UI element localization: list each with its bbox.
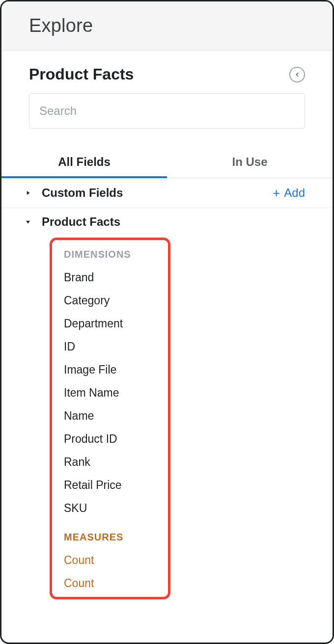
custom-fields-label: Custom Fields <box>42 186 273 200</box>
group-product-facts[interactable]: Product Facts <box>1 208 333 234</box>
field-item[interactable]: SKU <box>64 497 156 520</box>
tabs: All Fields In Use <box>1 145 333 178</box>
field-item[interactable]: Category <box>64 289 156 312</box>
svg-marker-0 <box>27 191 30 195</box>
field-highlight-box: DIMENSIONS Brand Category Department ID … <box>50 238 170 599</box>
field-item[interactable]: Retail Price <box>64 474 156 497</box>
field-item[interactable]: Count <box>64 572 156 595</box>
explore-header: Explore <box>1 1 333 51</box>
add-button-label: Add <box>284 186 305 200</box>
field-item[interactable]: Name <box>64 404 156 428</box>
field-item[interactable]: Image File <box>64 358 156 381</box>
caret-right-icon <box>21 189 35 196</box>
collapse-button[interactable] <box>289 67 305 82</box>
window-frame: Explore Product Facts All Fields In Use … <box>0 0 334 644</box>
dimensions-heading: DIMENSIONS <box>64 249 156 260</box>
caret-down-icon <box>21 218 35 225</box>
tab-in-use[interactable]: In Use <box>167 145 333 178</box>
content-area: Product Facts All Fields In Use Custom F… <box>1 51 333 599</box>
field-item[interactable]: Count <box>64 549 156 572</box>
field-item[interactable]: Brand <box>64 266 156 289</box>
section-title: Product Facts <box>29 65 134 83</box>
plus-icon: + <box>273 187 280 199</box>
add-button[interactable]: + Add <box>273 186 305 200</box>
field-item[interactable]: ID <box>64 335 156 358</box>
field-item[interactable]: Department <box>64 312 156 335</box>
search-input[interactable] <box>29 93 305 129</box>
svg-marker-1 <box>26 221 30 224</box>
section-title-row: Product Facts <box>1 65 333 93</box>
chevron-left-icon <box>294 71 301 78</box>
measures-heading: MEASURES <box>64 532 156 543</box>
field-item[interactable]: Rank <box>64 451 156 474</box>
tab-all-fields[interactable]: All Fields <box>1 145 167 178</box>
search-wrap <box>1 93 333 135</box>
field-item[interactable]: Item Name <box>64 381 156 404</box>
field-item[interactable]: Product ID <box>64 428 156 451</box>
custom-fields-row[interactable]: Custom Fields + Add <box>1 178 333 208</box>
group-label: Product Facts <box>42 215 120 229</box>
explore-title: Explore <box>29 15 313 36</box>
